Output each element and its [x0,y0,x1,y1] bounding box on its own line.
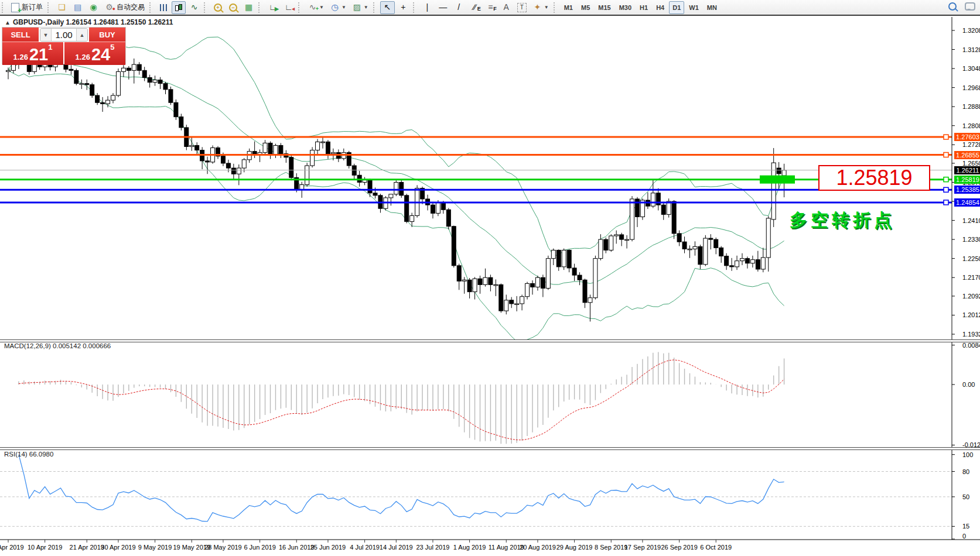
candlestick-chart-icon [175,4,183,12]
candle-body [593,259,597,298]
line-anchor-handle[interactable] [944,135,948,139]
candle-body [74,70,78,83]
chevron-down-icon[interactable]: ▼ [342,5,346,10]
chevron-down-icon[interactable]: ▼ [319,5,324,10]
text-button[interactable]: A [499,1,514,14]
search-icon[interactable] [948,2,957,11]
bar-chart-icon [160,4,168,11]
timeframe-mn-button[interactable]: MN [704,1,721,14]
candle-body [462,280,466,281]
toolbar-separator [298,2,302,13]
chart-shift-button[interactable]: ∟◂ [281,1,296,14]
sell-price[interactable]: 1.26211 [2,42,63,65]
pane-separator-macd[interactable] [0,339,980,342]
auto-scroll-button[interactable]: ∟▶ [265,1,280,14]
panel-collapse-icon[interactable]: ▲ [5,19,11,26]
chart-annotation-text[interactable]: 多空转折点 [790,208,895,232]
timeframe-d1-button[interactable]: D1 [669,1,684,14]
cursor-button[interactable]: ↖ [380,1,395,14]
time-scale[interactable]: 1 Apr 201910 Apr 201921 Apr 201930 Apr 2… [0,540,980,556]
macd-axis-label: 0.00 [962,381,975,388]
new-order-button[interactable]: 新订单 [9,1,45,14]
macd-indicator-label: MACD(12,26,9) 0.005142 0.000666 [4,342,111,349]
current-price-label: 1.26211 [954,166,980,174]
tile-windows-button[interactable]: ▦ [241,1,256,14]
rsi-axis-label: 0 [962,533,966,540]
x-axis-date-label: 16 Jun 2019 [279,544,315,551]
crosshair-button[interactable]: + [396,1,411,14]
line-chart-button[interactable]: ∿ [187,1,202,14]
line-anchor-handle[interactable] [944,187,948,192]
equidistant-channel-button[interactable]: ∕∕E [467,1,482,14]
timeframe-m5-button[interactable]: M5 [578,1,593,14]
timeframe-m1-button[interactable]: M1 [561,1,576,14]
price-callout-label[interactable]: 1.25819 [818,165,930,191]
zoom-in-button[interactable]: + [211,1,225,14]
profiles-icon-icon: ▤ [73,2,83,12]
indicators-button[interactable]: ∿+▼ [305,1,326,14]
chevron-down-icon[interactable]: ▼ [364,5,368,10]
terminal-window: 新订单❏▤◉⚙●自动交易∿+−▦∟▶∟◂∿+▼◷▼▨▼↖+|—/∕∕E≡FAT✦… [0,0,980,556]
zoom-out-button[interactable]: − [226,1,240,14]
candle-body [572,268,576,275]
y-axis-tick-label: 1.31280 [962,46,980,53]
chart-plot[interactable] [0,0,980,556]
price-scale[interactable]: 1.320801.312801.304801.296801.288801.280… [952,17,980,540]
bar-chart-button[interactable] [156,1,170,14]
chevron-down-icon[interactable]: ▼ [544,5,549,10]
highlight-rectangle-object[interactable] [760,176,795,184]
candle-body [677,234,681,242]
toolbar-separator [149,2,153,13]
volume-value[interactable]: 1.00 [52,29,76,41]
arrows-button[interactable]: ✦▼ [530,1,551,14]
timeframe-w1-button[interactable]: W1 [685,1,702,14]
trendline-button[interactable]: / [452,1,466,14]
candle-body [766,218,770,258]
periods-button[interactable]: ◷▼ [327,1,349,14]
candle-body [546,259,550,289]
horizontal-line-button[interactable]: — [436,1,450,14]
y-axis-tick-label: 1.27280 [962,141,980,148]
sell-button[interactable]: SELL [2,28,39,42]
orders-history-icon[interactable]: ❏ [54,1,69,14]
pane-separator-rsi[interactable] [0,447,980,450]
fibonacci-button[interactable]: ≡F [483,1,498,14]
volume-control[interactable]: ▼ 1.00 ▲ [40,28,88,42]
templates-button[interactable]: ▨▼ [350,1,371,14]
chat-icon[interactable] [965,2,975,11]
candle-body [714,239,718,248]
vertical-line-button[interactable]: | [420,1,435,14]
cursor-icon: ↖ [383,2,392,12]
line-anchor-handle[interactable] [944,177,948,182]
x-axis-date-label: 21 Apr 2019 [70,544,104,551]
autotrading-button-label: 自动交易 [117,2,145,12]
volume-decrease-button[interactable]: ▼ [40,29,52,41]
line-anchor-handle[interactable] [944,153,948,157]
buy-price[interactable]: 1.26245 [64,42,125,65]
volume-increase-button[interactable]: ▲ [76,29,87,41]
timeframe-h4-button[interactable]: H4 [653,1,668,14]
timeframe-m15-button[interactable]: M15 [595,1,614,14]
autotrading-button[interactable]: ⚙●自动交易 [102,1,147,14]
signals-icon[interactable]: ◉ [86,1,101,14]
chart-shift-icon: ∟◂ [284,2,293,12]
x-axis-date-label: 1 Aug 2019 [453,544,486,551]
candle-body [331,153,335,154]
bollinger-middle-band [8,63,784,285]
candle-body [158,80,162,84]
timeframe-h1-button[interactable]: H1 [636,1,651,14]
timeframe-m30-button[interactable]: M30 [616,1,635,14]
candle-body [163,84,168,90]
profiles-icon[interactable]: ▤ [70,1,85,14]
new-order-button-label: 新订单 [22,2,43,12]
text-label-button[interactable]: T [515,1,529,14]
x-axis-date-label: 9 May 2019 [138,544,172,551]
candle-body [274,145,278,155]
buy-button[interactable]: BUY [89,28,125,42]
candle-body [169,90,173,102]
line-anchor-handle[interactable] [944,200,948,205]
candlestick-chart-button[interactable] [172,1,186,14]
candle-body [137,64,141,70]
candle-body [436,203,440,213]
candle-body [541,277,545,288]
